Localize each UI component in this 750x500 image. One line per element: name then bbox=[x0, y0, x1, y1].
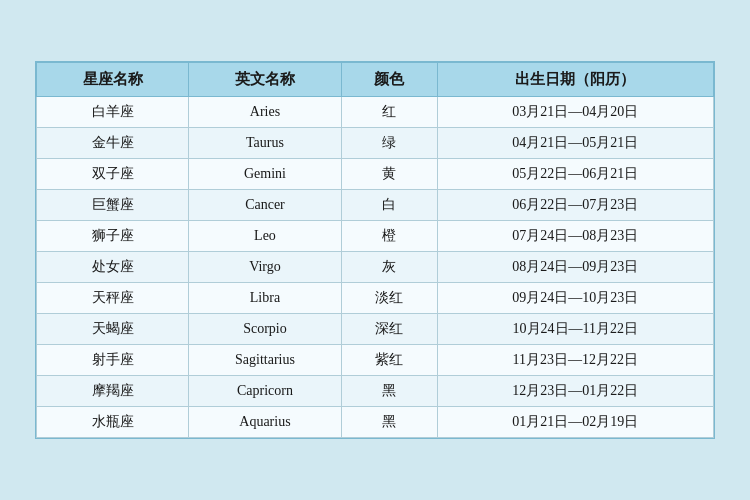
cell-color: 紫红 bbox=[341, 345, 437, 376]
header-english-name: 英文名称 bbox=[189, 63, 341, 97]
cell-english-name: Aquarius bbox=[189, 407, 341, 438]
cell-color: 黑 bbox=[341, 376, 437, 407]
cell-chinese-name: 巨蟹座 bbox=[37, 190, 189, 221]
cell-chinese-name: 处女座 bbox=[37, 252, 189, 283]
cell-chinese-name: 天蝎座 bbox=[37, 314, 189, 345]
table-row: 天蝎座Scorpio深红10月24日—11月22日 bbox=[37, 314, 714, 345]
cell-chinese-name: 白羊座 bbox=[37, 97, 189, 128]
cell-english-name: Gemini bbox=[189, 159, 341, 190]
table-row: 巨蟹座Cancer白06月22日—07月23日 bbox=[37, 190, 714, 221]
header-dates: 出生日期（阳历） bbox=[437, 63, 713, 97]
cell-dates: 08月24日—09月23日 bbox=[437, 252, 713, 283]
cell-dates: 03月21日—04月20日 bbox=[437, 97, 713, 128]
cell-color: 黄 bbox=[341, 159, 437, 190]
table-row: 水瓶座Aquarius黑01月21日—02月19日 bbox=[37, 407, 714, 438]
cell-dates: 11月23日—12月22日 bbox=[437, 345, 713, 376]
cell-chinese-name: 金牛座 bbox=[37, 128, 189, 159]
cell-dates: 12月23日—01月22日 bbox=[437, 376, 713, 407]
cell-color: 橙 bbox=[341, 221, 437, 252]
header-chinese-name: 星座名称 bbox=[37, 63, 189, 97]
header-color: 颜色 bbox=[341, 63, 437, 97]
table-row: 白羊座Aries红03月21日—04月20日 bbox=[37, 97, 714, 128]
zodiac-table-container: 星座名称 英文名称 颜色 出生日期（阳历） 白羊座Aries红03月21日—04… bbox=[35, 61, 715, 439]
cell-chinese-name: 双子座 bbox=[37, 159, 189, 190]
zodiac-table: 星座名称 英文名称 颜色 出生日期（阳历） 白羊座Aries红03月21日—04… bbox=[36, 62, 714, 438]
cell-dates: 07月24日—08月23日 bbox=[437, 221, 713, 252]
cell-english-name: Cancer bbox=[189, 190, 341, 221]
cell-dates: 05月22日—06月21日 bbox=[437, 159, 713, 190]
cell-color: 深红 bbox=[341, 314, 437, 345]
cell-color: 黑 bbox=[341, 407, 437, 438]
cell-color: 灰 bbox=[341, 252, 437, 283]
cell-english-name: Sagittarius bbox=[189, 345, 341, 376]
cell-chinese-name: 摩羯座 bbox=[37, 376, 189, 407]
cell-chinese-name: 水瓶座 bbox=[37, 407, 189, 438]
cell-english-name: Capricorn bbox=[189, 376, 341, 407]
table-row: 处女座Virgo灰08月24日—09月23日 bbox=[37, 252, 714, 283]
cell-color: 淡红 bbox=[341, 283, 437, 314]
cell-dates: 04月21日—05月21日 bbox=[437, 128, 713, 159]
table-row: 双子座Gemini黄05月22日—06月21日 bbox=[37, 159, 714, 190]
cell-english-name: Aries bbox=[189, 97, 341, 128]
cell-english-name: Virgo bbox=[189, 252, 341, 283]
table-row: 射手座Sagittarius紫红11月23日—12月22日 bbox=[37, 345, 714, 376]
cell-color: 白 bbox=[341, 190, 437, 221]
cell-english-name: Scorpio bbox=[189, 314, 341, 345]
cell-english-name: Taurus bbox=[189, 128, 341, 159]
cell-chinese-name: 狮子座 bbox=[37, 221, 189, 252]
table-row: 天秤座Libra淡红09月24日—10月23日 bbox=[37, 283, 714, 314]
table-row: 狮子座Leo橙07月24日—08月23日 bbox=[37, 221, 714, 252]
table-header-row: 星座名称 英文名称 颜色 出生日期（阳历） bbox=[37, 63, 714, 97]
cell-dates: 06月22日—07月23日 bbox=[437, 190, 713, 221]
cell-dates: 10月24日—11月22日 bbox=[437, 314, 713, 345]
cell-color: 红 bbox=[341, 97, 437, 128]
cell-dates: 01月21日—02月19日 bbox=[437, 407, 713, 438]
table-row: 摩羯座Capricorn黑12月23日—01月22日 bbox=[37, 376, 714, 407]
cell-english-name: Leo bbox=[189, 221, 341, 252]
cell-chinese-name: 射手座 bbox=[37, 345, 189, 376]
cell-english-name: Libra bbox=[189, 283, 341, 314]
table-row: 金牛座Taurus绿04月21日—05月21日 bbox=[37, 128, 714, 159]
cell-chinese-name: 天秤座 bbox=[37, 283, 189, 314]
cell-color: 绿 bbox=[341, 128, 437, 159]
cell-dates: 09月24日—10月23日 bbox=[437, 283, 713, 314]
